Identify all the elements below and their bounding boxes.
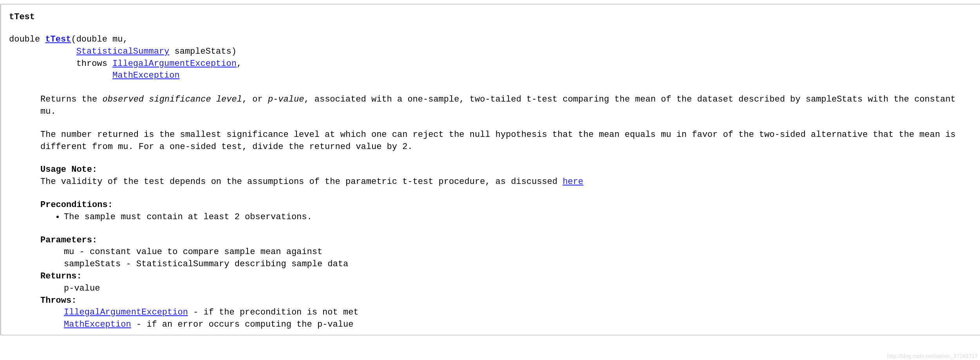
param-row: mu - constant value to compare sample me… bbox=[64, 246, 972, 258]
throws-row: IllegalArgumentException - if the precon… bbox=[64, 307, 972, 319]
description-paragraph-1: Returns the observed significance level,… bbox=[40, 94, 972, 118]
usage-note: Usage Note:The validity of the test depe… bbox=[40, 164, 972, 188]
preconditions-label: Preconditions: bbox=[40, 199, 972, 211]
sig-param1: (double mu, bbox=[71, 35, 128, 44]
indent bbox=[9, 47, 76, 56]
method-signature: double tTest(double mu, StatisticalSumma… bbox=[9, 34, 972, 82]
tags-block: Parameters: mu - constant value to compa… bbox=[40, 235, 972, 331]
sig-param2: sampleStats) bbox=[169, 47, 237, 56]
throws-label: Throws: bbox=[40, 295, 972, 307]
method-description: Returns the observed significance level,… bbox=[40, 94, 972, 331]
throws-row: MathException - if an error occurs compu… bbox=[64, 319, 972, 331]
list-item: The sample must contain at least 2 obser… bbox=[64, 211, 972, 224]
returns-label: Returns: bbox=[40, 271, 972, 283]
exception-link-illegalargument[interactable]: IllegalArgumentException bbox=[112, 59, 237, 69]
throws-keyword: throws bbox=[9, 59, 112, 69]
return-type: double bbox=[9, 35, 45, 44]
description-paragraph-2: The number returned is the smallest sign… bbox=[40, 129, 972, 153]
method-name-heading: tTest bbox=[9, 12, 972, 22]
throws-link-illegalargument[interactable]: IllegalArgumentException bbox=[64, 307, 188, 317]
usage-note-link-here[interactable]: here bbox=[562, 177, 583, 187]
usage-note-label: Usage Note: bbox=[40, 165, 97, 175]
method-detail: tTest double tTest(double mu, Statistica… bbox=[1, 4, 980, 335]
throws-link-math[interactable]: MathException bbox=[64, 320, 131, 329]
param-name: mu bbox=[64, 247, 74, 257]
throws-desc: - if the precondition is not met bbox=[188, 307, 359, 317]
exception-link-math[interactable]: MathException bbox=[112, 71, 180, 80]
em-observed-significance: observed significance level bbox=[102, 95, 242, 104]
param-desc: - StatisticalSummary describing sample d… bbox=[121, 259, 348, 269]
param-desc: - constant value to compare sample mean … bbox=[74, 247, 322, 257]
javadoc-frame: tTest double tTest(double mu, Statistica… bbox=[0, 4, 980, 335]
throws-desc: - if an error occurs computing the p-val… bbox=[131, 320, 354, 329]
preconditions-list: The sample must contain at least 2 obser… bbox=[40, 211, 972, 224]
param-type-link-statisticalsummary[interactable]: StatisticalSummary bbox=[76, 47, 170, 56]
comma: , bbox=[237, 59, 242, 69]
usage-note-text: The validity of the test depends on the … bbox=[40, 177, 562, 187]
parameters-label: Parameters: bbox=[40, 235, 972, 247]
returns-value: p-value bbox=[64, 283, 972, 295]
em-p-value: p-value bbox=[268, 95, 304, 104]
indent bbox=[9, 71, 112, 80]
param-name: sampleStats bbox=[64, 259, 121, 269]
param-row: sampleStats - StatisticalSummary describ… bbox=[64, 258, 972, 271]
method-name-link[interactable]: tTest bbox=[45, 35, 71, 44]
